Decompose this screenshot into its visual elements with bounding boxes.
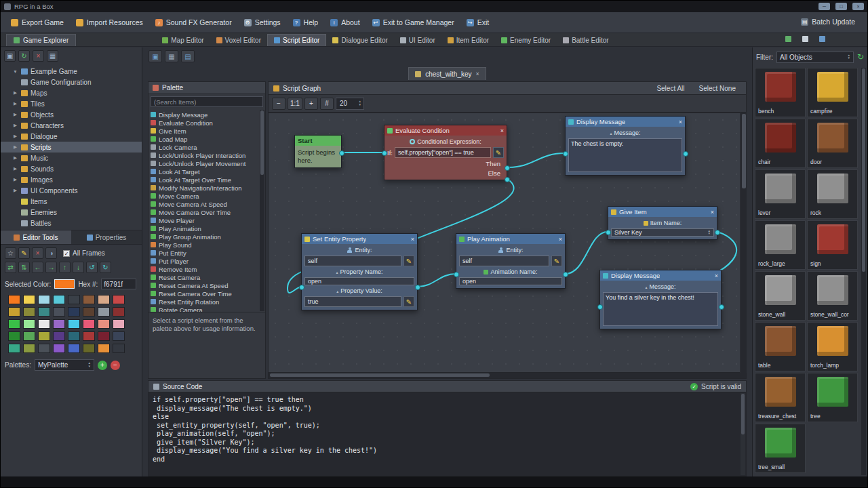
transform-tool-button[interactable]: ↺ bbox=[86, 262, 98, 273]
color-swatch[interactable] bbox=[53, 295, 65, 304]
palette-item[interactable]: Play Sound bbox=[151, 241, 258, 249]
color-swatch[interactable] bbox=[83, 344, 95, 353]
asset-tile[interactable]: campfire bbox=[807, 68, 858, 117]
asset-tile[interactable]: sign bbox=[807, 220, 858, 270]
color-swatch[interactable] bbox=[8, 295, 20, 304]
tab-properties[interactable]: Properties bbox=[71, 230, 142, 244]
output-port[interactable] bbox=[683, 151, 688, 157]
paint-tool-button[interactable]: × bbox=[32, 247, 43, 259]
transform-tool-button[interactable]: → bbox=[45, 262, 57, 273]
palette-item[interactable]: Lock/Unlock Player Movement bbox=[151, 159, 258, 167]
tree-toolbar-button[interactable]: × bbox=[33, 50, 44, 62]
color-swatch[interactable] bbox=[23, 307, 35, 317]
palette-item[interactable]: Look At Target bbox=[151, 167, 258, 176]
palette-list-scrollbar[interactable] bbox=[260, 110, 264, 311]
all-frames-checkbox[interactable]: ✓ All Frames bbox=[63, 249, 105, 257]
editor-tab[interactable]: Map Editor bbox=[156, 34, 210, 46]
asset-tile[interactable]: tree bbox=[807, 373, 858, 422]
menu-item[interactable]: Import Resources bbox=[71, 16, 149, 29]
palette-item[interactable]: Lock Camera bbox=[151, 143, 258, 151]
color-swatch[interactable] bbox=[38, 295, 50, 304]
asset-tile[interactable]: bench bbox=[755, 68, 806, 117]
color-swatch[interactable] bbox=[38, 344, 50, 353]
asset-tile[interactable]: stone_wall bbox=[755, 271, 806, 321]
close-button[interactable]: × bbox=[852, 3, 864, 10]
editor-tab[interactable]: UI Editor bbox=[394, 34, 441, 46]
node-evaluate-condition[interactable]: Evaluate Condition × Conditional Express… bbox=[384, 125, 507, 180]
color-swatch[interactable] bbox=[53, 319, 65, 329]
palette-item[interactable]: Reset Camera bbox=[151, 273, 258, 281]
menu-item[interactable]: ? Help bbox=[288, 16, 324, 29]
zoom-reset-button[interactable]: 1:1 bbox=[288, 98, 302, 110]
color-swatch[interactable] bbox=[113, 331, 125, 341]
color-swatch[interactable] bbox=[38, 307, 50, 317]
message-text-field[interactable]: The chest is empty. bbox=[568, 138, 682, 172]
output-port[interactable] bbox=[563, 272, 568, 277]
paint-tool-button[interactable]: ◑ bbox=[45, 247, 57, 259]
scrollbar-thumb[interactable] bbox=[862, 68, 865, 272]
spinner-arrows-icon[interactable]: ▲▼ bbox=[358, 100, 361, 106]
palette-item[interactable]: Display Message bbox=[151, 110, 258, 119]
tree-item[interactable]: ▶ Tiles bbox=[1, 98, 142, 109]
output-port[interactable] bbox=[339, 150, 344, 156]
entity-field[interactable]: self bbox=[304, 256, 401, 266]
remove-palette-button[interactable]: − bbox=[111, 361, 120, 370]
tree-item[interactable]: ▶ Objects bbox=[1, 109, 142, 120]
tree-item[interactable]: Battles bbox=[1, 218, 142, 228]
graph-vertical-scrollbar[interactable] bbox=[741, 113, 747, 373]
editor-tab[interactable]: Voxel Editor bbox=[210, 34, 267, 46]
asset-tile[interactable]: table bbox=[755, 322, 806, 371]
assets-scrollbar[interactable] bbox=[861, 68, 866, 475]
palette-item[interactable]: Evaluate Condition bbox=[151, 119, 258, 127]
script-toolbar-button[interactable]: ▣ bbox=[149, 50, 162, 62]
menu-item[interactable]: Export Game bbox=[5, 16, 69, 29]
transform-tool-button[interactable]: ↻ bbox=[100, 262, 111, 273]
palette-item[interactable]: Move Camera Over Time bbox=[151, 208, 258, 216]
tree-item[interactable]: ▶ Images bbox=[1, 174, 142, 185]
tree-toolbar-button[interactable]: ▣ bbox=[4, 50, 16, 62]
else-output-port[interactable] bbox=[505, 177, 510, 182]
palette-item[interactable]: Load Map bbox=[151, 135, 258, 143]
zoom-out-button[interactable]: − bbox=[272, 98, 285, 110]
color-swatch[interactable] bbox=[68, 307, 80, 317]
color-swatch[interactable] bbox=[53, 331, 65, 341]
minimize-button[interactable]: ─ bbox=[818, 3, 830, 10]
input-port[interactable] bbox=[382, 150, 387, 156]
tab-editor-tools[interactable]: Editor Tools bbox=[1, 230, 71, 244]
tree-item[interactable]: ▶ Dialogue bbox=[1, 131, 142, 142]
output-port[interactable] bbox=[719, 304, 724, 310]
color-swatch[interactable] bbox=[8, 319, 20, 329]
tree-item[interactable]: ▶ UI Components bbox=[1, 185, 142, 196]
node-close-button[interactable]: × bbox=[715, 272, 718, 279]
scrollbar-thumb[interactable] bbox=[260, 110, 264, 175]
color-swatch[interactable] bbox=[53, 344, 65, 353]
tree-toolbar-button[interactable]: ↻ bbox=[18, 50, 30, 62]
tab-game-explorer[interactable]: Game Explorer bbox=[6, 34, 76, 46]
palette-item[interactable]: Move Camera bbox=[151, 192, 258, 200]
node-close-button[interactable]: × bbox=[411, 236, 414, 243]
asset-tile[interactable]: torch_lamp bbox=[807, 322, 858, 371]
output-port[interactable] bbox=[415, 285, 420, 290]
node-give-item[interactable]: Give Item × Item Name: Silver bbox=[608, 206, 717, 240]
node-close-button[interactable]: × bbox=[559, 236, 562, 243]
scrollbar-thumb[interactable] bbox=[270, 373, 490, 377]
tree-item[interactable]: Items bbox=[1, 196, 142, 207]
color-swatch[interactable] bbox=[23, 295, 35, 304]
color-swatch[interactable] bbox=[113, 307, 125, 317]
palette-item[interactable]: Give Item bbox=[151, 127, 258, 135]
palette-item[interactable]: Reset Entity Rotation bbox=[151, 298, 258, 306]
color-swatch[interactable] bbox=[68, 344, 80, 353]
add-palette-button[interactable]: + bbox=[98, 361, 107, 370]
editor-tab[interactable]: Item Editor bbox=[441, 34, 495, 46]
edit-entity-button[interactable]: ✎ bbox=[403, 256, 414, 266]
palette-item[interactable]: Lock/Unlock Player Interaction bbox=[151, 151, 258, 159]
color-swatch[interactable] bbox=[68, 331, 80, 341]
color-swatch[interactable] bbox=[98, 319, 110, 329]
search-input[interactable] bbox=[151, 96, 263, 107]
editor-tab[interactable]: Battle Editor bbox=[557, 34, 614, 46]
color-swatch[interactable] bbox=[83, 319, 95, 329]
asset-tile[interactable]: lever bbox=[755, 169, 806, 219]
characters-panel-icon[interactable] bbox=[819, 36, 825, 42]
color-swatch[interactable] bbox=[23, 331, 35, 341]
filter-select[interactable]: All Objects ▲▼ bbox=[776, 52, 854, 63]
